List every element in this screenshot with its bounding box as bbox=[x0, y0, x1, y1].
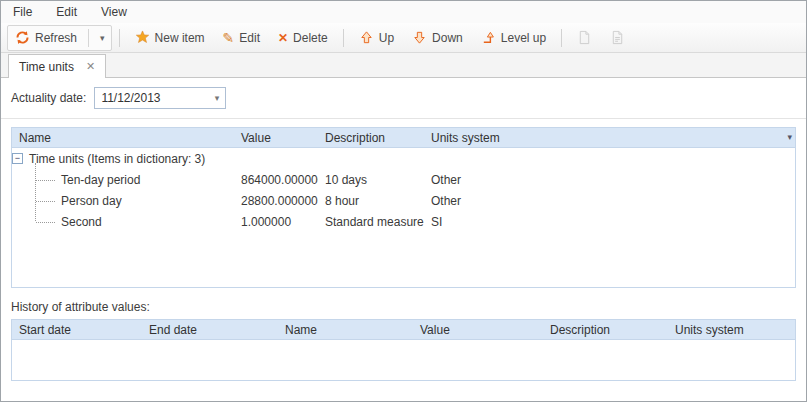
column-header-description[interactable]: Description bbox=[318, 131, 424, 145]
cell-description: 10 days bbox=[318, 173, 424, 187]
cell-name: Second bbox=[61, 215, 102, 229]
cell-description: Standard measure bbox=[318, 215, 424, 229]
level-up-label: Level up bbox=[501, 31, 546, 45]
menu-file[interactable]: File bbox=[13, 5, 32, 19]
tree-line bbox=[35, 163, 36, 221]
edit-pencil-icon: ✎ bbox=[223, 31, 235, 45]
tree-branch-icon bbox=[36, 180, 55, 181]
column-header-value[interactable]: Value bbox=[234, 131, 318, 145]
up-arrow-icon bbox=[359, 30, 374, 45]
tree-branch-icon bbox=[36, 201, 55, 202]
refresh-label: Refresh bbox=[35, 31, 77, 45]
print-button[interactable] bbox=[602, 26, 633, 49]
down-button[interactable]: Down bbox=[404, 26, 471, 49]
level-up-icon bbox=[481, 30, 496, 45]
toolbar-separator bbox=[119, 29, 120, 47]
delete-x-icon: ✕ bbox=[278, 31, 288, 45]
history-grid-body bbox=[12, 340, 795, 380]
actuality-date-label: Actuality date: bbox=[11, 91, 86, 105]
table-row[interactable]: Person day 28800.000000 8 hour Other bbox=[12, 190, 795, 211]
new-item-label: New item bbox=[155, 31, 205, 45]
cell-name: Person day bbox=[61, 194, 122, 208]
new-item-icon bbox=[135, 30, 150, 45]
tab-close-icon[interactable]: ✕ bbox=[86, 60, 95, 73]
menu-view[interactable]: View bbox=[101, 5, 127, 19]
actuality-date-row: Actuality date: 11/12/2013 ▾ bbox=[11, 86, 796, 110]
grid-body: − Time units (Items in dictionary: 3) Te… bbox=[12, 148, 795, 287]
time-units-grid: Name Value Description Units system ▾ − … bbox=[11, 127, 796, 288]
column-header-units-system[interactable]: Units system bbox=[424, 131, 795, 145]
export-document-icon bbox=[577, 30, 592, 45]
actuality-date-combobox[interactable]: 11/12/2013 ▾ bbox=[94, 87, 226, 109]
column-header-name[interactable]: Name bbox=[12, 131, 234, 145]
tab-time-units[interactable]: Time units ✕ bbox=[8, 54, 106, 78]
print-document-icon bbox=[610, 30, 625, 45]
menu-bar: File Edit View bbox=[1, 1, 806, 23]
combobox-dropdown-icon[interactable]: ▾ bbox=[215, 93, 220, 103]
history-grid: Start date End date Name Value Descripti… bbox=[11, 319, 796, 381]
history-column-units-system[interactable]: Units system bbox=[668, 323, 795, 337]
refresh-button[interactable]: Refresh ▾ bbox=[7, 25, 112, 51]
export-button[interactable] bbox=[569, 26, 600, 49]
grid-header-row: Name Value Description Units system ▾ bbox=[12, 128, 795, 148]
cell-units-system: Other bbox=[424, 194, 795, 208]
cell-value: 864000.000000 bbox=[234, 173, 318, 187]
cell-units-system: SI bbox=[424, 215, 795, 229]
down-arrow-icon bbox=[412, 30, 427, 45]
cell-value: 1.000000 bbox=[234, 215, 318, 229]
edit-label: Edit bbox=[239, 31, 260, 45]
table-row[interactable]: Ten-day period 864000.000000 10 days Oth… bbox=[12, 169, 795, 190]
history-header-row: Start date End date Name Value Descripti… bbox=[12, 320, 795, 340]
cell-description: 8 hour bbox=[318, 194, 424, 208]
up-label: Up bbox=[379, 31, 394, 45]
group-label: Time units (Items in dictionary: 3) bbox=[29, 152, 205, 166]
group-row[interactable]: − Time units (Items in dictionary: 3) bbox=[12, 148, 795, 169]
history-column-name[interactable]: Name bbox=[278, 323, 413, 337]
table-row[interactable]: Second 1.000000 Standard measure SI bbox=[12, 211, 795, 232]
refresh-split-divider bbox=[88, 29, 89, 47]
toolbar-separator bbox=[561, 29, 562, 47]
app-window: File Edit View Refresh ▾ bbox=[0, 0, 807, 402]
filter-divider bbox=[1, 118, 806, 119]
down-label: Down bbox=[432, 31, 463, 45]
delete-button[interactable]: ✕ Delete bbox=[270, 27, 336, 49]
refresh-dropdown-icon[interactable]: ▾ bbox=[94, 33, 111, 43]
cell-value: 28800.000000 bbox=[234, 194, 318, 208]
cell-units-system: Other bbox=[424, 173, 795, 187]
refresh-icon bbox=[15, 30, 30, 45]
collapse-toggle-icon[interactable]: − bbox=[12, 153, 23, 164]
actuality-date-value: 11/12/2013 bbox=[101, 91, 160, 105]
toolbar-separator bbox=[343, 29, 344, 47]
cell-name: Ten-day period bbox=[61, 173, 140, 187]
history-column-end-date[interactable]: End date bbox=[142, 323, 278, 337]
tab-label: Time units bbox=[19, 60, 74, 74]
tree-branch-icon bbox=[36, 222, 55, 223]
delete-label: Delete bbox=[293, 31, 328, 45]
history-column-value[interactable]: Value bbox=[413, 323, 543, 337]
toolbar: Refresh ▾ New item ✎ Edit ✕ Delete bbox=[1, 23, 806, 53]
edit-button[interactable]: ✎ Edit bbox=[215, 27, 268, 49]
tab-bar: Time units ✕ bbox=[1, 53, 806, 78]
history-column-description[interactable]: Description bbox=[543, 323, 668, 337]
column-chooser-icon[interactable]: ▾ bbox=[787, 132, 792, 142]
history-column-start-date[interactable]: Start date bbox=[12, 323, 142, 337]
new-item-button[interactable]: New item bbox=[127, 26, 213, 49]
level-up-button[interactable]: Level up bbox=[473, 26, 554, 49]
menu-edit[interactable]: Edit bbox=[56, 5, 77, 19]
content-area: Actuality date: 11/12/2013 ▾ Name Value … bbox=[1, 78, 806, 401]
up-button[interactable]: Up bbox=[351, 26, 402, 49]
history-section-label: History of attribute values: bbox=[11, 300, 796, 314]
